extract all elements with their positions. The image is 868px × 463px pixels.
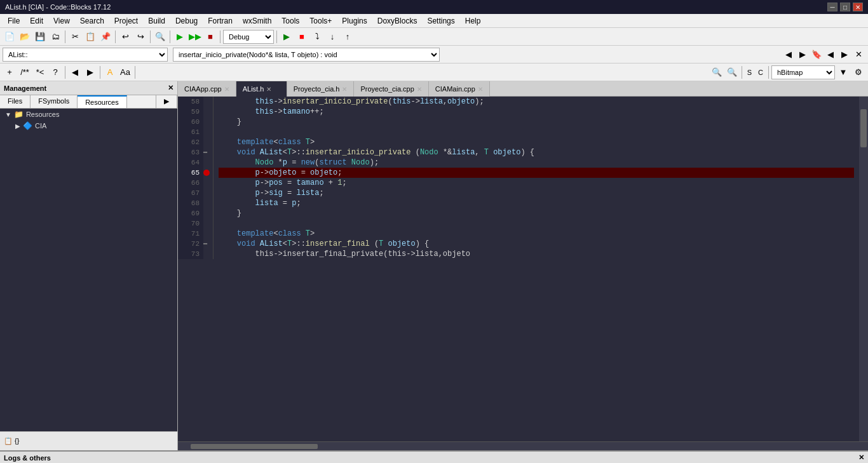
g70	[203, 218, 213, 229]
sep1	[65, 30, 65, 43]
menu-fortran[interactable]: Fortran	[203, 15, 238, 27]
code-line-65: p->objeto = objeto;	[219, 168, 854, 178]
zoom-out[interactable]: 🔍	[725, 65, 739, 79]
paste-button[interactable]: 📌	[98, 30, 112, 44]
menu-file[interactable]: File	[3, 15, 25, 27]
debug-stop[interactable]: ■	[295, 30, 309, 44]
find-button[interactable]: 🔍	[153, 30, 167, 44]
tab-resources[interactable]: Resources	[78, 95, 127, 108]
tab-files[interactable]: Files	[0, 95, 31, 108]
vertical-scrollbar[interactable]	[859, 97, 868, 441]
bitmap-dropdown[interactable]: hBitmap	[771, 65, 835, 79]
open-button[interactable]: 📂	[18, 30, 32, 44]
menu-toolsplus[interactable]: Tools+	[304, 15, 337, 27]
logs-close[interactable]: ✕	[858, 453, 864, 462]
menu-help[interactable]: Help	[460, 15, 486, 27]
comment-button[interactable]: /**	[18, 65, 32, 79]
management-close[interactable]: ✕	[168, 84, 173, 92]
hscroll-thumb[interactable]	[191, 444, 318, 449]
tab-proyecto-cpp-close[interactable]: ✕	[417, 86, 422, 93]
tree-icon-resources: 📁	[14, 110, 24, 119]
menu-plugins[interactable]: Plugins	[337, 15, 372, 27]
cut-button[interactable]: ✂	[68, 30, 82, 44]
back-button[interactable]: +	[3, 65, 17, 79]
save-button[interactable]: 💾	[33, 30, 47, 44]
build-config-dropdown[interactable]: Debug Release	[223, 30, 274, 44]
menu-tools[interactable]: Tools	[276, 15, 304, 27]
sep11	[768, 66, 769, 79]
bookmark-next[interactable]: ▶	[837, 48, 851, 62]
debug-button[interactable]: ▶	[280, 30, 294, 44]
fold72[interactable]: ━	[203, 240, 207, 248]
menu-wxsmith[interactable]: wxSmith	[238, 15, 276, 27]
close-button[interactable]: ✕	[853, 3, 863, 11]
redo-button[interactable]: ↪	[133, 30, 147, 44]
tab-proyecto-h-close[interactable]: ✕	[342, 86, 347, 93]
code-line-61	[219, 127, 854, 137]
copy-button[interactable]: 📋	[83, 30, 97, 44]
nav-next[interactable]: ▶	[796, 48, 810, 62]
tab-ciamain[interactable]: CIAMain.cpp ✕	[429, 81, 490, 97]
tab-proyecto-cpp[interactable]: Proyecto_cia.cpp ✕	[354, 81, 428, 97]
highlight-btn[interactable]: A	[103, 65, 117, 79]
tree-item-resources[interactable]: ▼ 📁 Resources	[0, 109, 177, 120]
menu-settings[interactable]: Settings	[422, 15, 459, 27]
menu-project[interactable]: Project	[109, 15, 143, 27]
zoom-in[interactable]: 🔍	[710, 65, 724, 79]
tab-fsymbols[interactable]: FSymbols	[31, 95, 78, 108]
debug-step[interactable]: ↓	[325, 30, 339, 44]
info-button[interactable]: *<	[33, 65, 47, 79]
function-dropdown[interactable]: insertar_inicio_private(Nodo*& lista, T …	[173, 48, 440, 62]
code-editor[interactable]: 58 59 60 61 62 63 64 65 66 67 68 69 70 7…	[178, 97, 859, 441]
code-line-72: void AList<T>::insertar_final (T objeto)…	[219, 239, 854, 249]
tab-ciaapp[interactable]: CIAApp.cpp ✕	[178, 81, 236, 97]
fold63[interactable]: ━	[203, 149, 207, 156]
menu-bar: File Edit View Search Project Build Debu…	[0, 14, 868, 28]
tab-alist-close[interactable]: ✕	[266, 86, 271, 93]
nav-fwd2[interactable]: ▶	[83, 65, 97, 79]
run-button[interactable]: ▶▶	[188, 30, 202, 44]
tree-item-cia[interactable]: ▶ 🔷 CIA	[0, 120, 177, 131]
tab-expand[interactable]: ▶	[156, 95, 177, 108]
hscroll-bar[interactable]	[178, 441, 868, 450]
save-all-button[interactable]: 🗂	[48, 30, 62, 44]
debug-out[interactable]: ↑	[341, 30, 355, 44]
nav-back2[interactable]: ◀	[68, 65, 82, 79]
sep4	[170, 30, 170, 43]
vscroll-thumb[interactable]	[860, 109, 867, 147]
tab-alist[interactable]: AList.h ✕	[236, 81, 287, 97]
tb2-settings[interactable]: ⚙	[851, 65, 865, 79]
menu-edit[interactable]: Edit	[25, 15, 48, 27]
minimize-button[interactable]: ─	[827, 3, 837, 11]
tab-ciamain-close[interactable]: ✕	[478, 86, 483, 93]
tab-ciaapp-label: CIAApp.cpp	[184, 85, 222, 93]
class-dropdown[interactable]: AList::	[3, 48, 168, 62]
g60	[203, 117, 213, 127]
debug-next[interactable]: ⤵	[310, 30, 324, 44]
bookmark-prev[interactable]: ◀	[824, 48, 837, 62]
nav-prev[interactable]: ◀	[782, 48, 796, 62]
code-line-68: lista = p;	[219, 198, 854, 208]
match-btn[interactable]: Aa	[118, 65, 132, 79]
menu-doxyblocks[interactable]: DoxyBlocks	[372, 15, 423, 27]
menu-search[interactable]: Search	[75, 15, 109, 27]
bookmark-clear[interactable]: ✕	[851, 48, 865, 62]
menu-view[interactable]: View	[48, 15, 75, 27]
help-btn2[interactable]: ?	[48, 65, 62, 79]
breakpoint-65[interactable]	[203, 170, 210, 176]
new-button[interactable]: 📄	[3, 30, 17, 44]
right-area: CIAApp.cpp ✕ AList.h ✕ Proyecto_cia.h ✕ …	[178, 81, 868, 450]
menu-debug[interactable]: Debug	[170, 15, 203, 27]
maximize-button[interactable]: □	[840, 3, 850, 11]
tab-proyecto-h[interactable]: Proyecto_cia.h ✕	[287, 81, 355, 97]
undo-button[interactable]: ↩	[118, 30, 132, 44]
stop-button[interactable]: ■	[203, 30, 217, 44]
bookmark-button[interactable]: 🔖	[810, 48, 824, 62]
main-area: Management ✕ Files FSymbols Resources ▶ …	[0, 81, 868, 450]
tab-ciaapp-close[interactable]: ✕	[224, 86, 229, 93]
code-line-63: void AList<T>::insertar_inicio_private (…	[219, 147, 854, 158]
tree-label-resources: Resources	[26, 111, 60, 118]
menu-build[interactable]: Build	[143, 15, 170, 27]
build-button[interactable]: ▶	[173, 30, 187, 44]
tb2-extra[interactable]: ▼	[836, 65, 850, 79]
